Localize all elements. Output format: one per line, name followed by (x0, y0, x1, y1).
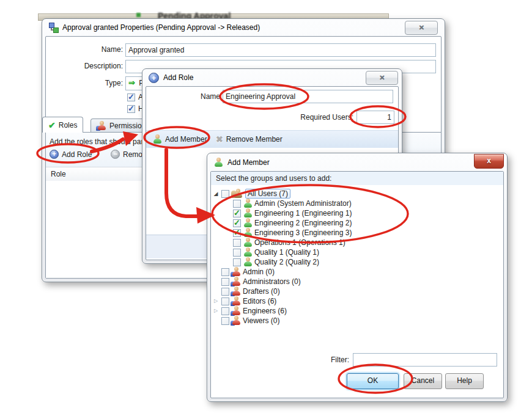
background-window-icon (136, 13, 141, 17)
add-member-dialog-title: Add Member (227, 158, 270, 167)
group-icon (231, 286, 241, 296)
permissions-people-icon (97, 121, 106, 131)
tree-checkbox[interactable] (233, 229, 241, 237)
tree-item-label: Operations 1 (Operations 1) (254, 238, 345, 247)
tree-checkbox[interactable] (233, 239, 241, 247)
tree-item[interactable]: Quality 1 (Quality 1) (211, 247, 503, 257)
add-role-dialog-titlebar[interactable]: Add Role (142, 69, 402, 86)
close-button[interactable]: ✕ (366, 71, 398, 85)
tree-checkbox[interactable] (233, 200, 241, 208)
tree-item[interactable]: Quality 2 (Quality 2) (211, 257, 503, 267)
tree-checkbox[interactable] (221, 288, 229, 296)
parallel-arrow-icon (128, 79, 135, 87)
tree-checkbox[interactable] (233, 249, 241, 257)
group-icon (231, 267, 241, 277)
tree-item-label: Drafters (0) (243, 287, 280, 296)
help-button[interactable]: Help (445, 373, 484, 389)
tree-item[interactable]: Administrators (0) (211, 277, 503, 286)
tree-item-label: Viewers (0) (243, 316, 279, 325)
tree-item-label: Admin (0) (243, 268, 275, 276)
properties-dialog-titlebar[interactable]: Approval granted Properties (Pending App… (42, 19, 445, 36)
add-role-button-label: Add Role (62, 150, 92, 159)
tree-users: Admin (System Administrator)Engineering … (211, 199, 503, 267)
tree-item-label: Engineers (6) (243, 307, 287, 315)
group-icon (231, 277, 241, 286)
tree-item[interactable]: Viewers (0) (211, 316, 503, 326)
add-member-dialog: Add Member x Select the groups and users… (207, 153, 508, 402)
screenshot-stage: Pending Approval Approval granted Proper… (0, 0, 532, 416)
tree-item-label: Engineering 2 (Engineering 2) (254, 219, 352, 227)
properties-dialog-title: Approval granted Properties (Pending App… (62, 23, 260, 32)
remove-member-button-label: Remove Member (226, 135, 283, 144)
name-field[interactable]: Approval granted (125, 43, 436, 57)
required-users-label: Required Users: (207, 113, 353, 122)
roles-hint: Add the roles that should parti (50, 137, 147, 146)
filter-label: Filter: (288, 356, 349, 364)
auto-checkbox[interactable] (127, 93, 135, 101)
add-member-dialog-body: Select the groups and users to add: All … (210, 171, 504, 398)
tree-checkbox[interactable] (221, 278, 229, 286)
close-button[interactable]: ✕ (405, 21, 438, 35)
role-name-field[interactable]: Engineering Approval (223, 90, 393, 103)
tab-roles[interactable]: Roles (42, 117, 83, 133)
tree-checkbox[interactable] (233, 258, 241, 266)
group-icon (231, 316, 241, 326)
user-icon (243, 208, 253, 218)
add-member-button-label: Add Member (165, 135, 207, 144)
tree-checkbox[interactable] (221, 190, 229, 198)
expand-icon[interactable] (212, 296, 220, 306)
tree-checkbox[interactable] (221, 297, 229, 305)
tree-item-label: Quality 2 (Quality 2) (254, 258, 319, 266)
add-role-button[interactable]: Add Role (50, 150, 92, 159)
tree-item-label: Quality 1 (Quality 1) (254, 248, 319, 257)
tree-item[interactable]: Engineering 1 (Engineering 1) (211, 208, 503, 218)
add-member-button[interactable]: Add Member (149, 133, 211, 146)
type-label: Type: (48, 79, 123, 87)
workflow-transition-icon (48, 23, 58, 32)
tree-item-all-users[interactable]: All Users (7) (211, 189, 503, 199)
tree-item-label: Editors (6) (243, 297, 276, 305)
add-member-dialog-icon (213, 158, 223, 167)
tree-checkbox[interactable] (221, 317, 229, 325)
filter-input[interactable] (353, 353, 497, 367)
close-button-red[interactable]: x (474, 154, 504, 169)
tree-item[interactable]: Engineering 2 (Engineering 2) (211, 218, 503, 228)
tree-item-label: Engineering 1 (Engineering 1) (254, 209, 352, 217)
hide-checkbox[interactable] (127, 105, 135, 113)
user-tree[interactable]: All Users (7) Admin (System Administrato… (211, 185, 503, 344)
tree-item[interactable]: Operations 1 (Operations 1) (211, 238, 503, 247)
tree-item[interactable]: Admin (0) (211, 267, 503, 277)
tree-item[interactable]: Engineers (6) (211, 306, 503, 316)
role-name-label: Name (146, 92, 220, 101)
tree-item[interactable]: Engineering 3 (Engineering 3) (211, 228, 503, 238)
tree-item[interactable]: Editors (6) (211, 296, 503, 306)
user-icon (243, 228, 253, 238)
tree-item[interactable]: Drafters (0) (211, 286, 503, 296)
ok-button[interactable]: OK (347, 373, 399, 389)
tree-checkbox[interactable] (233, 219, 241, 227)
minus-icon (111, 150, 120, 159)
group-icon (231, 306, 241, 316)
expand-icon[interactable] (212, 306, 220, 316)
tree-checkbox[interactable] (221, 268, 229, 276)
user-icon (243, 199, 253, 208)
tree-checkbox[interactable] (221, 307, 229, 315)
user-icon (243, 247, 253, 257)
tree-item-label: Administrators (0) (243, 277, 301, 286)
tree-groups: Admin (0)Administrators (0)Drafters (0)E… (211, 267, 503, 326)
tree-item[interactable]: Admin (System Administrator) (211, 199, 503, 208)
user-icon (152, 134, 162, 144)
add-role-dialog-title: Add Role (163, 73, 193, 82)
tree-item-label: All Users (7) (245, 189, 290, 199)
collapse-icon[interactable] (212, 189, 220, 199)
checkmark-icon (48, 121, 56, 130)
cancel-button[interactable]: Cancel (404, 373, 442, 389)
remove-member-button[interactable]: Remove Member (212, 133, 286, 146)
user-icon (243, 257, 253, 267)
tree-checkbox[interactable] (233, 210, 241, 217)
add-member-dialog-titlebar[interactable]: Add Member (207, 153, 507, 171)
member-toolbar: Add Member Remove Member (146, 130, 398, 148)
user-icon (243, 238, 253, 247)
remove-x-icon (216, 135, 223, 144)
required-users-field[interactable]: 1 (357, 111, 394, 124)
